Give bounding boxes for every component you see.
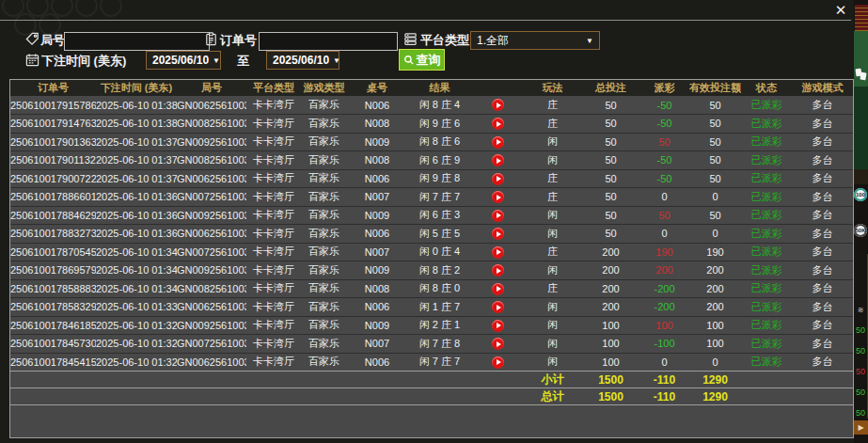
cell-status: 已派彩	[741, 188, 792, 207]
cell-totalBet: 200	[582, 298, 639, 317]
cell-replay	[472, 316, 523, 335]
replay-icon[interactable]	[492, 246, 504, 259]
side-amount: 50	[854, 325, 867, 335]
cell-replay	[472, 261, 523, 280]
cell-mode: 多台	[792, 261, 853, 280]
cell-platform: 卡卡湾厅	[246, 133, 301, 151]
cell-mode: 多台	[792, 206, 853, 225]
date-from-picker[interactable]: 2025/06/10 ▼	[146, 51, 221, 70]
cell-round: GN00625610033	[177, 353, 246, 372]
replay-icon[interactable]	[492, 118, 504, 130]
replay-icon[interactable]	[492, 301, 504, 313]
cell-result: 闲 9 庄 8	[407, 169, 472, 188]
col-platform: 平台类型	[246, 80, 301, 96]
total-row-payout: -110	[639, 388, 689, 405]
chip-50k[interactable]: 50K	[854, 224, 867, 237]
cell-mode: 多台	[792, 335, 853, 354]
table-row: 2506100178846292025-06-10 01:36:08GN0092…	[10, 206, 853, 225]
replay-icon[interactable]	[492, 210, 504, 222]
col-time: 下注时间 (美东)	[96, 80, 177, 96]
col-play: 玩法	[523, 80, 582, 96]
replay-icon[interactable]	[492, 136, 504, 149]
cell-valid: 50	[689, 169, 741, 188]
platform-filter-label: 平台类型	[420, 32, 469, 49]
bet-records-dialog: ✕ 局号 订单号 平台类型 1.全部 ▼ 下注时间 (美东) 2025/06/1…	[0, 0, 854, 443]
replay-icon[interactable]	[492, 228, 504, 240]
cell-tableNo: N007	[347, 243, 407, 261]
round-input[interactable]	[64, 32, 210, 51]
replay-icon[interactable]	[492, 191, 504, 203]
replay-icon[interactable]	[492, 356, 504, 369]
cell-payout: 0	[639, 188, 689, 207]
date-to-picker[interactable]: 2025/06/10 ▼	[266, 51, 339, 70]
cell-totalBet: 200	[582, 261, 639, 280]
replay-icon[interactable]	[492, 99, 504, 111]
table-row: 2506100178583292025-06-10 01:33:58GN0062…	[10, 298, 853, 317]
cell-order: 250610017869579	[10, 261, 96, 280]
cell-valid: 50	[689, 151, 741, 170]
replay-icon[interactable]	[492, 283, 504, 295]
replay-icon[interactable]	[492, 173, 504, 185]
cell-payout: -50	[639, 169, 689, 188]
replay-icon[interactable]	[492, 154, 504, 166]
cell-valid: 200	[689, 261, 741, 280]
cell-result: 闲 8 庄 2	[407, 261, 472, 280]
cell-play: 庄	[523, 279, 582, 298]
cell-valid: 100	[689, 316, 741, 335]
cell-result: 闲 9 庄 6	[407, 115, 472, 134]
background-play-bar[interactable]: ▶	[854, 420, 868, 435]
chip-100[interactable]: 100	[854, 188, 867, 201]
cell-tableNo: N009	[347, 316, 407, 335]
close-icon[interactable]: ✕	[831, 1, 850, 20]
cell-payout: -200	[639, 298, 689, 317]
subtotal-row-label: 小计	[523, 372, 582, 388]
table-row: 2506100179147632025-06-10 01:38:44GN0082…	[10, 115, 853, 134]
cell-valid: 50	[689, 115, 741, 134]
total-row-total-bet: 1500	[582, 388, 639, 405]
platform-select[interactable]: 1.全部 ▼	[470, 31, 600, 50]
cell-payout: -50	[639, 115, 689, 134]
cell-platform: 卡卡湾厅	[246, 206, 301, 225]
cell-game: 百家乐	[301, 133, 347, 151]
cell-platform: 卡卡湾厅	[246, 335, 301, 354]
query-button[interactable]: 查询	[399, 49, 445, 71]
cell-status: 已派彩	[741, 206, 792, 225]
platform-stack-icon	[403, 32, 418, 46]
order-filter-label: 订单号	[220, 32, 257, 49]
col-mode: 游戏模式	[792, 80, 853, 96]
replay-icon[interactable]	[492, 320, 504, 332]
cell-platform: 卡卡湾厅	[246, 353, 301, 372]
cell-round: GN0092561003G	[177, 133, 246, 151]
cell-platform: 卡卡湾厅	[246, 115, 301, 134]
cell-play: 庄	[523, 169, 582, 188]
cell-round: GN0062561003C	[177, 96, 246, 115]
cell-result: 闲 6 庄 9	[407, 151, 472, 170]
cell-order: 250610017901132	[10, 151, 96, 170]
cell-totalBet: 50	[582, 188, 639, 207]
cell-platform: 卡卡湾厅	[246, 243, 301, 261]
cell-platform: 卡卡湾厅	[246, 225, 301, 244]
cell-payout: 0	[639, 353, 689, 372]
cell-replay	[472, 96, 523, 115]
cell-tableNo: N006	[347, 225, 407, 244]
cell-mode: 多台	[792, 225, 853, 244]
cell-tableNo: N009	[347, 261, 407, 280]
col-game: 游戏类型	[301, 80, 347, 96]
col-replay	[472, 80, 523, 96]
cell-totalBet: 50	[582, 206, 639, 225]
order-input[interactable]	[259, 32, 398, 51]
cell-tableNo: N007	[347, 188, 407, 207]
table-row: 2506100178588832025-06-10 01:34:00GN0082…	[10, 279, 853, 298]
cell-time: 2025-06-10 01:33:58	[96, 298, 177, 317]
date-to-value: 2025/06/10	[273, 54, 329, 67]
titlebar-divider	[0, 20, 851, 21]
cell-order: 250610017845415	[10, 353, 96, 372]
replay-icon[interactable]	[492, 338, 504, 350]
cell-totalBet: 50	[582, 169, 639, 188]
cell-order: 250610017858883	[10, 279, 96, 298]
replay-icon[interactable]	[492, 264, 504, 277]
cell-time: 2025-06-10 01:34:00	[96, 279, 177, 298]
date-from-value: 2025/06/10	[152, 54, 209, 67]
cell-time: 2025-06-10 01:37:31	[96, 133, 177, 151]
cell-platform: 卡卡湾厅	[246, 151, 301, 170]
